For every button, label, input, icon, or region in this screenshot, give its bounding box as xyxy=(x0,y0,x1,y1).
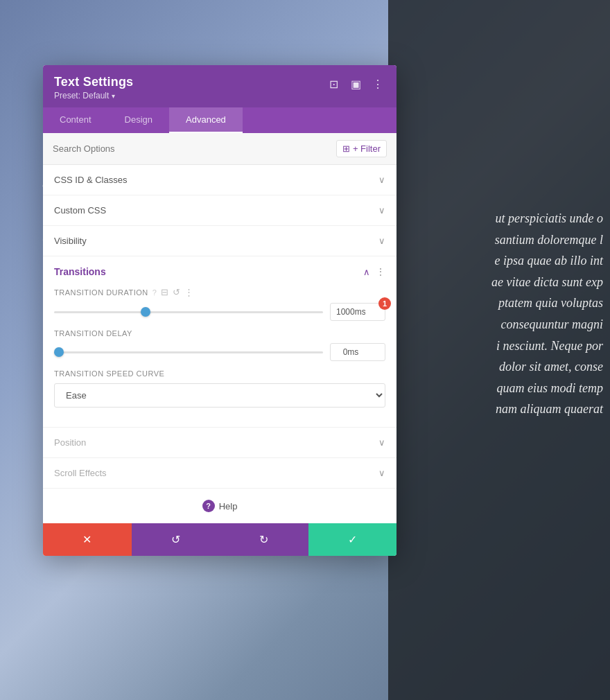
section-custom-css[interactable]: Custom CSS ∨ xyxy=(43,195,397,226)
transitions-chevron-up: ∧ xyxy=(363,267,370,277)
speed-label-row: Transition Speed Curve xyxy=(54,369,385,378)
save-button[interactable]: ✓ xyxy=(308,523,397,556)
preset-dropdown-arrow: ▾ xyxy=(112,92,115,100)
duration-label-row: Transition Duration ? ⊟ ↺ ⋮ xyxy=(54,287,385,297)
panel-header-left: Text Settings Preset: Default ▾ xyxy=(54,75,133,100)
delay-label-row: Transition Delay xyxy=(54,329,385,338)
panel-header-icons: ⊡ ▣ ⋮ xyxy=(326,76,385,91)
speed-curve-field: Transition Speed Curve Ease Linear Ease-… xyxy=(54,369,385,408)
help-row: ? Help xyxy=(43,489,397,523)
scroll-effects-chevron: ∨ xyxy=(378,468,385,478)
duration-input[interactable] xyxy=(330,303,385,321)
duration-slider[interactable] xyxy=(54,311,323,313)
panel-footer: ✕ ↺ ↻ ✓ xyxy=(43,523,397,556)
delay-slider-container xyxy=(54,345,323,359)
panel-tabs: Content Design Advanced xyxy=(43,107,397,133)
tab-content[interactable]: Content xyxy=(43,107,108,133)
panel-preset[interactable]: Preset: Default ▾ xyxy=(54,91,133,100)
speed-label: Transition Speed Curve xyxy=(54,369,164,378)
transitions-title: Transitions xyxy=(54,266,106,277)
transitions-header-right: ∧ ⋮ xyxy=(363,266,385,277)
css-id-classes-chevron: ∨ xyxy=(378,175,385,185)
duration-value-wrap: 1 xyxy=(330,303,385,321)
delay-slider[interactable] xyxy=(54,351,323,353)
duration-more-icon[interactable]: ⋮ xyxy=(184,287,193,297)
delay-value-wrap xyxy=(330,343,385,361)
text-settings-panel: Text Settings Preset: Default ▾ ⊡ ▣ ⋮ Co… xyxy=(43,65,397,556)
cancel-icon: ✕ xyxy=(82,533,92,546)
duration-copy-icon[interactable]: ⊟ xyxy=(161,287,168,297)
css-id-classes-label: CSS ID & Classes xyxy=(54,175,127,185)
visibility-label: Visibility xyxy=(54,236,87,246)
duration-badge: 1 xyxy=(378,297,391,310)
position-chevron: ∨ xyxy=(378,437,385,448)
delay-label: Transition Delay xyxy=(54,329,132,338)
transitions-body: Transition Duration ? ⊟ ↺ ⋮ 1 xyxy=(43,287,397,427)
section-scroll-effects[interactable]: Scroll Effects ∨ xyxy=(43,458,397,489)
position-label: Position xyxy=(54,437,86,448)
transitions-more-icon[interactable]: ⋮ xyxy=(376,266,385,277)
filter-button[interactable]: ⊞ + Filter xyxy=(336,140,387,157)
section-visibility[interactable]: Visibility ∨ xyxy=(43,226,397,256)
transitions-header[interactable]: Transitions ∧ ⋮ xyxy=(43,256,397,287)
panel-title: Text Settings xyxy=(54,75,133,89)
duration-slider-row: 1 xyxy=(54,303,385,321)
help-label[interactable]: Help xyxy=(219,501,238,511)
custom-css-chevron: ∨ xyxy=(378,205,385,216)
cancel-button[interactable]: ✕ xyxy=(43,523,132,556)
delay-input[interactable] xyxy=(330,343,385,361)
panel-header: Text Settings Preset: Default ▾ ⊡ ▣ ⋮ xyxy=(43,65,397,107)
filter-icon: ⊞ xyxy=(342,143,350,154)
fullscreen-icon[interactable]: ⊡ xyxy=(326,76,341,91)
duration-help-icon[interactable]: ? xyxy=(152,288,157,297)
duration-reset-icon[interactable]: ↺ xyxy=(173,287,180,297)
undo-button[interactable]: ↺ xyxy=(132,523,220,556)
duration-slider-container xyxy=(54,305,323,319)
section-position[interactable]: Position ∨ xyxy=(43,428,397,458)
save-icon: ✓ xyxy=(348,533,357,546)
tab-advanced[interactable]: Advanced xyxy=(169,107,243,133)
redo-button[interactable]: ↻ xyxy=(220,523,308,556)
transition-delay-field: Transition Delay xyxy=(54,329,385,361)
collapse-icon[interactable]: ▣ xyxy=(348,76,363,91)
search-input[interactable] xyxy=(53,143,336,154)
visibility-chevron: ∨ xyxy=(378,236,385,246)
redo-icon: ↻ xyxy=(259,533,268,546)
undo-icon: ↺ xyxy=(171,533,180,546)
transitions-section: Transitions ∧ ⋮ Transition Duration ? ⊟ … xyxy=(43,256,397,428)
delay-slider-row xyxy=(54,343,385,361)
section-css-id-classes[interactable]: CSS ID & Classes ∨ xyxy=(43,165,397,195)
more-options-icon[interactable]: ⋮ xyxy=(370,76,385,91)
help-circle-icon: ? xyxy=(202,500,215,512)
speed-curve-select[interactable]: Ease Linear Ease-In Ease-Out Ease-In-Out xyxy=(54,383,385,408)
panel-body: CSS ID & Classes ∨ Custom CSS ∨ Visibili… xyxy=(43,165,397,523)
scroll-effects-label: Scroll Effects xyxy=(54,468,107,478)
search-bar: ⊞ + Filter xyxy=(43,133,397,165)
tab-design[interactable]: Design xyxy=(108,107,169,133)
bg-right-text: ut perspiciatis unde o santium doloremqu… xyxy=(381,208,610,420)
transition-duration-field: Transition Duration ? ⊟ ↺ ⋮ 1 xyxy=(54,287,385,321)
custom-css-label: Custom CSS xyxy=(54,205,106,216)
duration-label: Transition Duration xyxy=(54,288,148,297)
